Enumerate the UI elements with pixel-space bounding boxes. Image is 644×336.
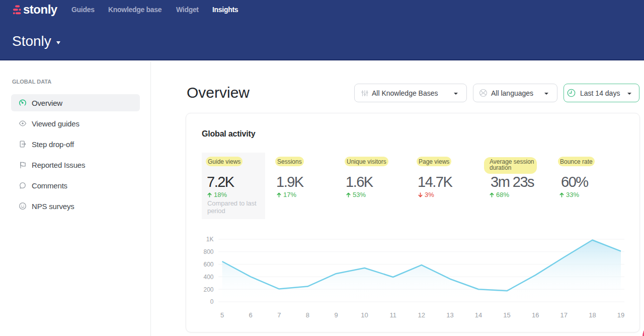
svg-text:14: 14 xyxy=(475,311,482,319)
svg-text:6: 6 xyxy=(249,311,253,319)
svg-text:5: 5 xyxy=(220,311,224,319)
svg-text:8: 8 xyxy=(306,311,309,319)
svg-text:13: 13 xyxy=(446,311,453,319)
svg-text:12: 12 xyxy=(418,311,425,319)
svg-text:10: 10 xyxy=(361,311,368,319)
svg-text:600: 600 xyxy=(203,261,213,268)
svg-text:16: 16 xyxy=(532,311,539,319)
svg-text:400: 400 xyxy=(203,274,213,281)
svg-text:18: 18 xyxy=(589,311,596,319)
svg-text:17: 17 xyxy=(560,311,568,319)
svg-text:15: 15 xyxy=(503,311,510,319)
svg-text:19: 19 xyxy=(617,311,624,319)
svg-text:11: 11 xyxy=(389,311,396,319)
svg-text:7: 7 xyxy=(277,311,281,319)
svg-text:200: 200 xyxy=(203,286,213,293)
svg-text:9: 9 xyxy=(334,311,338,319)
svg-text:800: 800 xyxy=(203,248,213,255)
svg-text:1K: 1K xyxy=(206,236,214,243)
svg-text:0: 0 xyxy=(210,298,214,305)
